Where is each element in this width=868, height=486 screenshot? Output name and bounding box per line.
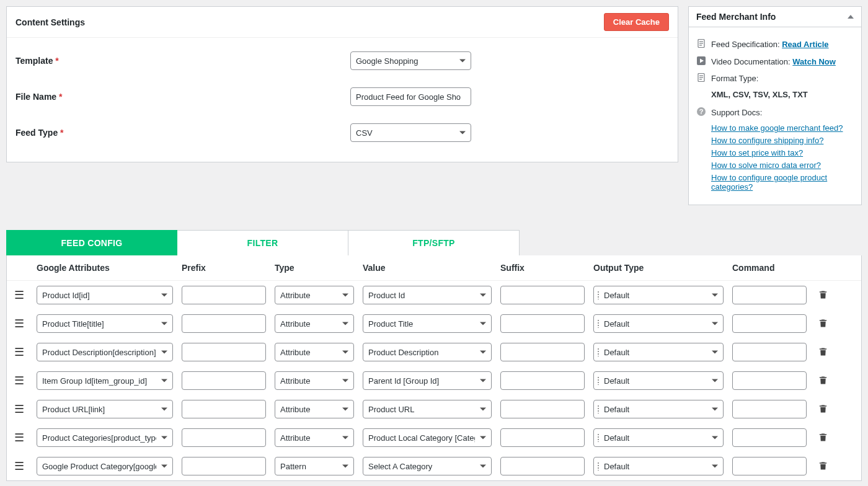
type-select[interactable]: Attribute — [275, 428, 354, 447]
google-attribute-select[interactable]: Product Title[title] — [37, 314, 173, 333]
command-input[interactable] — [732, 400, 807, 418]
type-select[interactable]: Attribute — [275, 371, 354, 390]
support-docs-label: Support Docs: — [711, 107, 762, 119]
command-input[interactable] — [732, 314, 807, 333]
col-header-attr: Google Attributes — [37, 263, 173, 273]
output-type-select[interactable]: Default — [593, 428, 724, 447]
suffix-input[interactable] — [500, 314, 585, 333]
drag-handle-icon[interactable]: ☰ — [14, 403, 24, 415]
tabs: FEED CONFIG FILTER FTP/SFTP — [6, 230, 862, 255]
type-select[interactable]: Pattern — [275, 457, 354, 475]
command-input[interactable] — [732, 286, 807, 304]
type-select[interactable]: Attribute — [275, 286, 354, 304]
content-settings-title: Content Settings — [16, 17, 85, 27]
command-input[interactable] — [732, 343, 807, 361]
drag-handle-icon[interactable]: ☰ — [14, 431, 24, 444]
document-icon — [696, 38, 706, 48]
support-link[interactable]: How to solve micro data error? — [711, 161, 854, 170]
output-type-select[interactable]: Default — [593, 400, 724, 418]
support-link[interactable]: How to make google merchant feed? — [711, 123, 854, 133]
suffix-input[interactable] — [500, 343, 585, 361]
google-attribute-select[interactable]: Product Categories[product_type] — [37, 428, 173, 447]
value-select[interactable]: Product Id — [363, 286, 492, 304]
feed-type-label: Feed Type * — [16, 128, 350, 138]
prefix-input[interactable] — [182, 343, 266, 361]
suffix-input[interactable] — [500, 428, 585, 447]
col-header-prefix: Prefix — [182, 263, 266, 273]
suffix-input[interactable] — [500, 286, 585, 304]
google-attribute-select[interactable]: Item Group Id[item_group_id] — [37, 371, 173, 390]
clear-cache-button[interactable]: Clear Cache — [604, 13, 669, 31]
prefix-input[interactable] — [182, 457, 266, 475]
google-attribute-select[interactable]: Product Description[description] — [37, 343, 173, 361]
prefix-input[interactable] — [182, 400, 266, 418]
svg-text:?: ? — [699, 108, 704, 115]
trash-icon[interactable] — [818, 292, 828, 301]
prefix-input[interactable] — [182, 286, 266, 304]
value-select[interactable]: Product Title — [363, 314, 492, 333]
trash-icon[interactable] — [818, 463, 828, 472]
template-select[interactable]: Google Shopping — [350, 51, 471, 70]
col-header-output: Output Type — [593, 263, 724, 273]
suffix-input[interactable] — [500, 457, 585, 475]
table-row: ☰Product Title[title]AttributeProduct Ti… — [7, 309, 861, 338]
suffix-input[interactable] — [500, 371, 585, 390]
format-type-label: Format Type: — [711, 73, 758, 85]
help-icon: ? — [696, 107, 706, 117]
trash-icon[interactable] — [818, 378, 828, 387]
document-icon — [696, 73, 706, 82]
drag-handle-icon[interactable]: ☰ — [14, 317, 24, 330]
output-type-select[interactable]: Default — [593, 371, 724, 390]
file-name-input[interactable] — [350, 87, 471, 106]
prefix-input[interactable] — [182, 428, 266, 447]
file-name-label: File Name * — [16, 92, 350, 102]
value-select[interactable]: Product Description — [363, 343, 492, 361]
tab-filter[interactable]: FILTER — [177, 230, 348, 255]
google-attribute-select[interactable]: Product Id[id] — [37, 286, 173, 304]
support-link[interactable]: How to configure google product categori… — [711, 173, 854, 192]
command-input[interactable] — [732, 371, 807, 390]
table-row: ☰Item Group Id[item_group_id]AttributePa… — [7, 366, 861, 395]
prefix-input[interactable] — [182, 371, 266, 390]
suffix-input[interactable] — [500, 400, 585, 418]
trash-icon[interactable] — [818, 406, 828, 415]
table-row: ☰Product Id[id]AttributeProduct IdDefaul… — [7, 281, 861, 309]
col-header-suffix: Suffix — [500, 263, 585, 273]
trash-icon[interactable] — [818, 349, 828, 358]
trash-icon[interactable] — [818, 320, 828, 330]
command-input[interactable] — [732, 457, 807, 475]
output-type-select[interactable]: Default — [593, 343, 724, 361]
format-type-value: XML, CSV, TSV, XLS, TXT — [711, 90, 854, 99]
prefix-input[interactable] — [182, 314, 266, 333]
type-select[interactable]: Attribute — [275, 314, 354, 333]
drag-handle-icon[interactable]: ☰ — [14, 460, 24, 472]
output-type-select[interactable]: Default — [593, 286, 724, 304]
command-input[interactable] — [732, 428, 807, 447]
feed-config-table: Google Attributes Prefix Type Value Suff… — [6, 255, 862, 481]
output-type-select[interactable]: Default — [593, 314, 724, 333]
tab-feed-config[interactable]: FEED CONFIG — [6, 230, 177, 255]
read-article-link[interactable]: Read Article — [782, 40, 828, 49]
watch-now-link[interactable]: Watch Now — [792, 57, 836, 66]
google-attribute-select[interactable]: Product URL[link] — [37, 400, 173, 418]
table-row: ☰Product URL[link]AttributeProduct URLDe… — [7, 395, 861, 423]
collapse-icon[interactable] — [848, 15, 854, 19]
merchant-info-title: Feed Merchant Info — [696, 12, 776, 22]
value-select[interactable]: Select A Category — [363, 457, 492, 475]
drag-handle-icon[interactable]: ☰ — [14, 289, 24, 301]
type-select[interactable]: Attribute — [275, 400, 354, 418]
value-select[interactable]: Product URL — [363, 400, 492, 418]
drag-handle-icon[interactable]: ☰ — [14, 374, 24, 387]
table-row: ☰Product Description[description]Attribu… — [7, 338, 861, 366]
feed-type-select[interactable]: CSV — [350, 123, 471, 142]
drag-handle-icon[interactable]: ☰ — [14, 346, 24, 358]
type-select[interactable]: Attribute — [275, 343, 354, 361]
output-type-select[interactable]: Default — [593, 457, 724, 475]
support-link[interactable]: How to configure shipping info? — [711, 136, 854, 145]
google-attribute-select[interactable]: Google Product Category[google_product_c… — [37, 457, 173, 475]
support-link[interactable]: How to set price with tax? — [711, 148, 854, 157]
value-select[interactable]: Product Local Category [Category] — [363, 428, 492, 447]
value-select[interactable]: Parent Id [Group Id] — [363, 371, 492, 390]
trash-icon[interactable] — [818, 435, 828, 444]
tab-ftp-sftp[interactable]: FTP/SFTP — [348, 230, 520, 255]
